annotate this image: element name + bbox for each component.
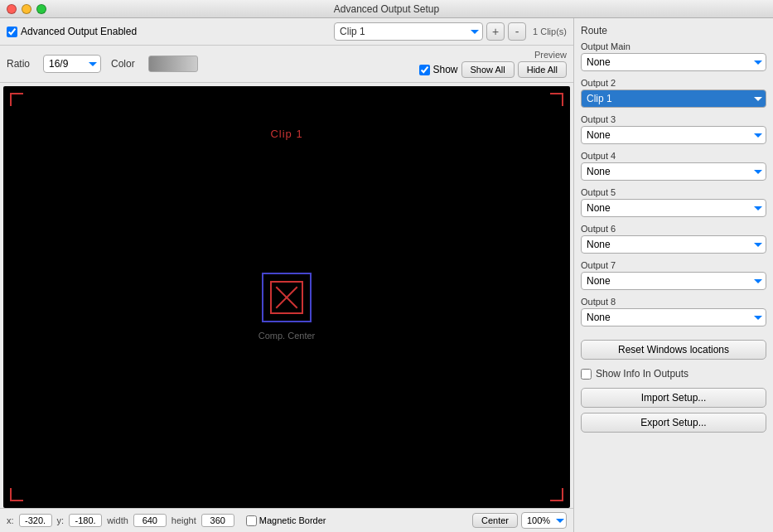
ratio-select[interactable]: 16/9	[43, 55, 101, 73]
import-setup-button[interactable]: Import Setup...	[581, 388, 766, 408]
add-clip-button[interactable]: +	[486, 22, 505, 41]
x-label: x:	[7, 515, 14, 525]
output-group-main: Output Main None	[581, 41, 766, 71]
color-swatch[interactable]	[148, 56, 198, 72]
status-bar: x: -320. y: -180. width 640 height 360 M…	[0, 508, 573, 532]
output-group-5: Output 5 None	[581, 187, 766, 217]
zoom-select[interactable]: 100%	[521, 512, 567, 529]
output-4-select[interactable]: None	[581, 162, 766, 181]
canvas-clip-label: Clip 1	[270, 128, 302, 140]
export-setup-button[interactable]: Export Setup...	[581, 413, 766, 433]
output-main-label: Output Main	[581, 41, 766, 51]
output-group-4: Output 4 None	[581, 151, 766, 181]
output-2-label: Output 2	[581, 78, 766, 88]
output-group-2: Output 2 Clip 1	[581, 78, 766, 108]
status-right: Center 100%	[472, 512, 567, 529]
output-8-select[interactable]: None	[581, 308, 766, 326]
remove-clip-button[interactable]: -	[508, 22, 526, 41]
output-8-label: Output 8	[581, 297, 766, 307]
corner-marker-tl	[10, 93, 23, 106]
center-button[interactable]: Center	[472, 513, 518, 528]
toolbar-row-1: Advanced Output Enabled Clip 1 + - 1 Cli…	[0, 18, 573, 46]
output-group-6: Output 6 None	[581, 224, 766, 254]
left-panel: Advanced Output Enabled Clip 1 + - 1 Cli…	[0, 18, 574, 532]
show-info-checkbox[interactable]	[581, 369, 592, 380]
right-panel: Route Output Main None Output 2 Clip 1 O…	[574, 18, 773, 532]
corner-marker-br	[550, 488, 563, 501]
x-value: -320.	[19, 514, 52, 527]
output-group-8: Output 8 None	[581, 297, 766, 326]
canvas-area[interactable]: Clip 1 Comp. Center	[3, 86, 570, 508]
advanced-output-enabled-label[interactable]: Advanced Output Enabled	[7, 26, 137, 37]
main-content: Advanced Output Enabled Clip 1 + - 1 Cli…	[0, 18, 773, 532]
center-box-inner	[270, 281, 303, 314]
preview-label: Preview	[534, 50, 567, 60]
height-label: height	[172, 515, 196, 525]
show-checkbox[interactable]	[419, 65, 430, 75]
preview-controls: Show Show All Hide All	[419, 61, 567, 78]
reset-windows-button[interactable]: Reset Windows locations	[581, 340, 766, 360]
width-value: 640	[133, 514, 167, 527]
show-checkbox-label[interactable]: Show	[419, 64, 457, 75]
output-2-select[interactable]: Clip 1	[581, 89, 766, 108]
clip-selector-group: Clip 1 + -	[334, 22, 526, 41]
canvas-center-label: Comp. Center	[258, 331, 315, 341]
show-info-row[interactable]: Show Info In Outputs	[581, 368, 766, 380]
route-header: Route	[581, 25, 766, 36]
clip-count: 1 Clip(s)	[533, 27, 567, 36]
output-group-7: Output 7 None	[581, 260, 766, 290]
output-3-select[interactable]: None	[581, 126, 766, 144]
clip-select[interactable]: Clip 1	[334, 22, 483, 41]
hide-all-button[interactable]: Hide All	[518, 61, 567, 78]
center-box-outline	[262, 273, 312, 322]
color-label: Color	[111, 58, 135, 70]
minimize-button[interactable]	[22, 4, 31, 14]
output-group-3: Output 3 None	[581, 114, 766, 144]
show-all-button[interactable]: Show All	[461, 61, 515, 78]
toolbar-row-2: Ratio 16/9 Color Preview Show Show All H…	[0, 46, 573, 83]
window-controls	[7, 4, 46, 14]
output-main-select[interactable]: None	[581, 53, 766, 71]
output-5-select[interactable]: None	[581, 199, 766, 217]
corner-marker-tr	[550, 93, 563, 106]
width-label: width	[107, 515, 128, 525]
window-title: Advanced Output Setup	[334, 3, 439, 15]
enabled-label-text: Advanced Output Enabled	[21, 26, 137, 37]
center-box[interactable]	[262, 273, 312, 322]
magnetic-border-label[interactable]: Magnetic Border	[246, 515, 326, 526]
output-6-label: Output 6	[581, 224, 766, 234]
output-5-label: Output 5	[581, 187, 766, 197]
show-info-label: Show Info In Outputs	[596, 368, 688, 380]
preview-section: Preview Show Show All Hide All	[419, 50, 567, 78]
title-bar: Advanced Output Setup	[0, 0, 773, 18]
output-7-label: Output 7	[581, 260, 766, 270]
close-button[interactable]	[7, 4, 17, 14]
magnetic-border-text: Magnetic Border	[259, 515, 326, 525]
y-value: -180.	[69, 514, 102, 527]
show-label: Show	[432, 64, 457, 75]
output-4-label: Output 4	[581, 151, 766, 161]
output-3-label: Output 3	[581, 114, 766, 124]
maximize-button[interactable]	[36, 4, 46, 14]
output-6-select[interactable]: None	[581, 235, 766, 254]
ratio-label: Ratio	[7, 58, 30, 70]
magnetic-border-checkbox[interactable]	[246, 515, 257, 526]
right-buttons: Reset Windows locations Show Info In Out…	[581, 340, 766, 433]
advanced-output-checkbox[interactable]	[7, 27, 17, 37]
height-value: 360	[201, 514, 234, 527]
y-label: y:	[57, 515, 65, 525]
output-7-select[interactable]: None	[581, 272, 766, 290]
corner-marker-bl	[10, 488, 23, 501]
